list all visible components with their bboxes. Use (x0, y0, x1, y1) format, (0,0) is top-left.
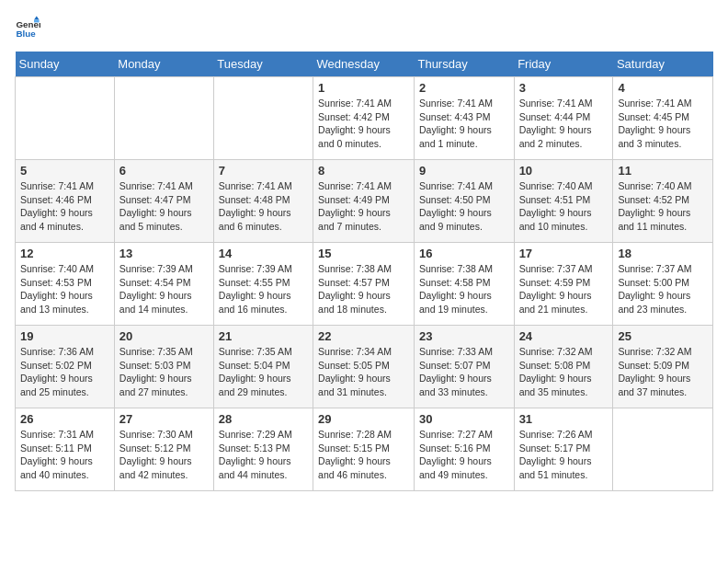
day-info: Sunrise: 7:30 AMSunset: 5:12 PMDaylight:… (119, 428, 209, 482)
calendar-cell: 3Sunrise: 7:41 AMSunset: 4:44 PMDaylight… (514, 77, 613, 160)
day-number: 23 (419, 329, 509, 343)
week-row-2: 5Sunrise: 7:41 AMSunset: 4:46 PMDaylight… (16, 160, 713, 243)
day-info: Sunrise: 7:37 AMSunset: 4:59 PMDaylight:… (519, 262, 609, 316)
week-row-4: 19Sunrise: 7:36 AMSunset: 5:02 PMDayligh… (16, 326, 713, 408)
calendar-cell: 31Sunrise: 7:26 AMSunset: 5:17 PMDayligh… (514, 408, 613, 491)
calendar-header: SundayMondayTuesdayWednesdayThursdayFrid… (16, 52, 713, 77)
calendar-cell: 17Sunrise: 7:37 AMSunset: 4:59 PMDayligh… (514, 243, 613, 326)
calendar-cell: 7Sunrise: 7:41 AMSunset: 4:48 PMDaylight… (213, 160, 313, 243)
day-number: 3 (519, 81, 609, 95)
day-header-saturday: Saturday (613, 52, 713, 77)
calendar-cell (16, 77, 115, 160)
week-row-3: 12Sunrise: 7:40 AMSunset: 4:53 PMDayligh… (16, 243, 713, 326)
logo: General Blue (15, 15, 44, 40)
calendar-cell: 10Sunrise: 7:40 AMSunset: 4:51 PMDayligh… (514, 160, 613, 243)
calendar-cell: 5Sunrise: 7:41 AMSunset: 4:46 PMDaylight… (16, 160, 115, 243)
day-info: Sunrise: 7:40 AMSunset: 4:52 PMDaylight:… (618, 179, 708, 234)
day-number: 14 (219, 247, 308, 260)
calendar-cell: 18Sunrise: 7:37 AMSunset: 5:00 PMDayligh… (613, 243, 713, 326)
day-number: 8 (318, 164, 409, 178)
day-header-friday: Friday (514, 52, 613, 77)
day-info: Sunrise: 7:35 AMSunset: 5:04 PMDaylight:… (219, 345, 308, 399)
calendar-cell: 11Sunrise: 7:40 AMSunset: 4:52 PMDayligh… (613, 160, 713, 243)
calendar-cell: 23Sunrise: 7:33 AMSunset: 5:07 PMDayligh… (414, 326, 514, 408)
day-info: Sunrise: 7:31 AMSunset: 5:11 PMDaylight:… (20, 428, 109, 482)
day-number: 24 (519, 329, 609, 343)
day-number: 13 (119, 247, 209, 260)
header: General Blue (15, 15, 713, 40)
svg-marker-2 (34, 16, 40, 19)
day-info: Sunrise: 7:32 AMSunset: 5:09 PMDaylight:… (618, 345, 708, 399)
day-number: 21 (219, 329, 308, 343)
day-info: Sunrise: 7:36 AMSunset: 5:02 PMDaylight:… (20, 345, 109, 399)
calendar-cell (114, 77, 213, 160)
svg-text:Blue: Blue (16, 29, 36, 39)
day-info: Sunrise: 7:26 AMSunset: 5:17 PMDaylight:… (519, 428, 609, 482)
week-row-5: 26Sunrise: 7:31 AMSunset: 5:11 PMDayligh… (16, 408, 713, 491)
calendar-cell: 1Sunrise: 7:41 AMSunset: 4:42 PMDaylight… (313, 77, 415, 160)
day-info: Sunrise: 7:39 AMSunset: 4:54 PMDaylight:… (119, 262, 209, 316)
day-info: Sunrise: 7:39 AMSunset: 4:55 PMDaylight:… (219, 262, 308, 316)
day-info: Sunrise: 7:40 AMSunset: 4:53 PMDaylight:… (20, 262, 109, 316)
day-number: 26 (20, 412, 109, 426)
calendar-body: 1Sunrise: 7:41 AMSunset: 4:42 PMDaylight… (16, 77, 713, 491)
day-info: Sunrise: 7:28 AMSunset: 5:15 PMDaylight:… (318, 428, 409, 482)
day-header-monday: Monday (114, 52, 213, 77)
calendar-cell: 22Sunrise: 7:34 AMSunset: 5:05 PMDayligh… (313, 326, 415, 408)
day-info: Sunrise: 7:34 AMSunset: 5:05 PMDaylight:… (318, 345, 409, 399)
day-number: 28 (219, 412, 308, 426)
day-number: 9 (419, 164, 509, 178)
calendar-cell: 29Sunrise: 7:28 AMSunset: 5:15 PMDayligh… (313, 408, 415, 491)
calendar-cell: 12Sunrise: 7:40 AMSunset: 4:53 PMDayligh… (16, 243, 115, 326)
day-header-wednesday: Wednesday (313, 52, 415, 77)
day-number: 12 (20, 247, 109, 260)
day-number: 19 (20, 329, 109, 343)
day-info: Sunrise: 7:40 AMSunset: 4:51 PMDaylight:… (519, 179, 609, 234)
day-number: 7 (219, 164, 308, 178)
calendar-cell: 25Sunrise: 7:32 AMSunset: 5:09 PMDayligh… (613, 326, 713, 408)
day-number: 1 (318, 81, 409, 95)
day-info: Sunrise: 7:41 AMSunset: 4:45 PMDaylight:… (618, 97, 708, 151)
calendar-cell: 9Sunrise: 7:41 AMSunset: 4:50 PMDaylight… (414, 160, 514, 243)
day-info: Sunrise: 7:41 AMSunset: 4:48 PMDaylight:… (219, 179, 308, 234)
calendar-cell: 14Sunrise: 7:39 AMSunset: 4:55 PMDayligh… (213, 243, 313, 326)
calendar-cell: 16Sunrise: 7:38 AMSunset: 4:58 PMDayligh… (414, 243, 514, 326)
calendar-cell: 24Sunrise: 7:32 AMSunset: 5:08 PMDayligh… (514, 326, 613, 408)
calendar-cell: 20Sunrise: 7:35 AMSunset: 5:03 PMDayligh… (114, 326, 213, 408)
calendar-cell: 21Sunrise: 7:35 AMSunset: 5:04 PMDayligh… (213, 326, 313, 408)
day-info: Sunrise: 7:41 AMSunset: 4:49 PMDaylight:… (318, 179, 409, 234)
day-number: 29 (318, 412, 409, 426)
day-number: 2 (419, 81, 509, 95)
calendar-cell: 4Sunrise: 7:41 AMSunset: 4:45 PMDaylight… (613, 77, 713, 160)
calendar-cell: 13Sunrise: 7:39 AMSunset: 4:54 PMDayligh… (114, 243, 213, 326)
day-number: 30 (419, 412, 509, 426)
day-number: 6 (119, 164, 209, 178)
day-info: Sunrise: 7:32 AMSunset: 5:08 PMDaylight:… (519, 345, 609, 399)
day-info: Sunrise: 7:41 AMSunset: 4:46 PMDaylight:… (20, 179, 109, 234)
day-info: Sunrise: 7:41 AMSunset: 4:43 PMDaylight:… (419, 97, 509, 151)
calendar-cell: 15Sunrise: 7:38 AMSunset: 4:57 PMDayligh… (313, 243, 415, 326)
day-number: 15 (318, 247, 409, 260)
day-number: 17 (519, 247, 609, 260)
calendar-cell: 8Sunrise: 7:41 AMSunset: 4:49 PMDaylight… (313, 160, 415, 243)
day-number: 5 (20, 164, 109, 178)
day-number: 18 (618, 247, 708, 260)
calendar-cell: 2Sunrise: 7:41 AMSunset: 4:43 PMDaylight… (414, 77, 514, 160)
calendar-table: SundayMondayTuesdayWednesdayThursdayFrid… (15, 52, 713, 491)
day-header-tuesday: Tuesday (213, 52, 313, 77)
day-info: Sunrise: 7:29 AMSunset: 5:13 PMDaylight:… (219, 428, 308, 482)
day-number: 31 (519, 412, 609, 426)
day-info: Sunrise: 7:33 AMSunset: 5:07 PMDaylight:… (419, 345, 509, 399)
day-info: Sunrise: 7:41 AMSunset: 4:42 PMDaylight:… (318, 97, 409, 151)
calendar-cell: 6Sunrise: 7:41 AMSunset: 4:47 PMDaylight… (114, 160, 213, 243)
day-info: Sunrise: 7:41 AMSunset: 4:47 PMDaylight:… (119, 179, 209, 234)
calendar-cell: 30Sunrise: 7:27 AMSunset: 5:16 PMDayligh… (414, 408, 514, 491)
day-info: Sunrise: 7:35 AMSunset: 5:03 PMDaylight:… (119, 345, 209, 399)
day-info: Sunrise: 7:37 AMSunset: 5:00 PMDaylight:… (618, 262, 708, 316)
day-header-thursday: Thursday (414, 52, 514, 77)
week-row-1: 1Sunrise: 7:41 AMSunset: 4:42 PMDaylight… (16, 77, 713, 160)
day-number: 4 (618, 81, 708, 95)
day-number: 16 (419, 247, 509, 260)
logo-icon: General Blue (15, 15, 40, 40)
day-number: 10 (519, 164, 609, 178)
